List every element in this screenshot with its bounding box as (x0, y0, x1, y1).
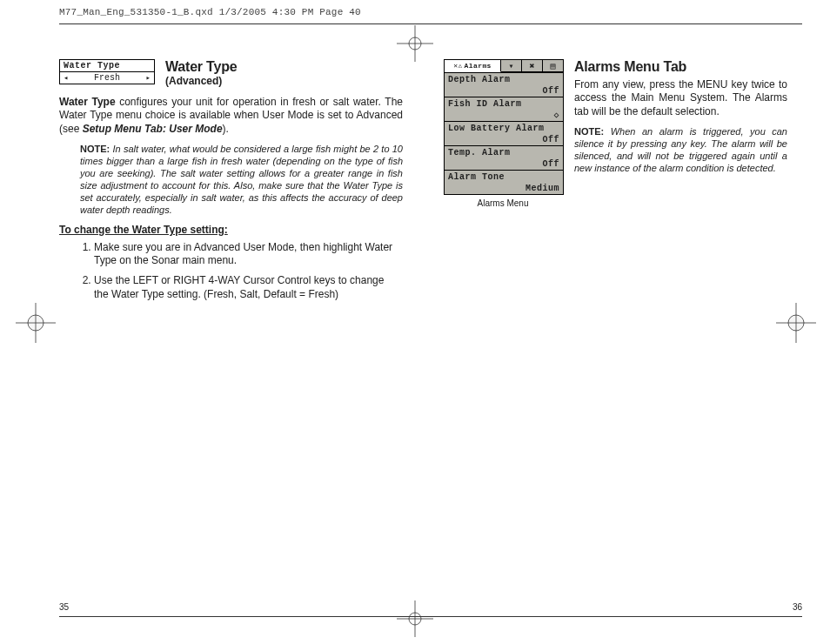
procedure-step: Use the LEFT or RIGHT 4-WAY Cursor Contr… (94, 274, 403, 301)
fish-icon: ◇ (553, 110, 559, 120)
svg-point-11 (788, 315, 804, 331)
registration-mark-bottom (402, 606, 428, 632)
alarms-icon: ✕⚠ (453, 62, 462, 70)
note-text: When an alarm is triggered, you can sile… (574, 126, 787, 173)
water-type-widget-value: Fresh (94, 73, 120, 83)
alarms-tabs: ✕⚠Alarms ▾ ✖ ▤ (445, 60, 563, 72)
section-title-water-type: Water Type (165, 59, 403, 75)
svg-point-8 (28, 315, 44, 331)
page-number-left: 35 (59, 602, 69, 612)
alarms-row-name: Depth Alarm (448, 75, 559, 84)
registration-mark-left (23, 310, 49, 336)
tab-sonar-icon: ▾ (501, 60, 522, 72)
intro-term: Water Type (59, 96, 116, 108)
alarms-menu-widget: ✕⚠Alarms ▾ ✖ ▤ Depth Alarm Off Fish ID A… (444, 59, 564, 195)
page-left: Water Type ◂ Fresh ▸ Water Type (Advance… (59, 59, 403, 308)
alarms-row: Temp. Alarm Off (445, 145, 563, 170)
tab-setup-icon: ✖ (522, 60, 543, 72)
page-number-right: 36 (793, 602, 802, 612)
alarms-row-value: Off (542, 86, 559, 96)
registration-mark-top (402, 30, 428, 57)
svg-point-2 (409, 37, 421, 50)
alarms-row-value: Medium (525, 184, 559, 193)
alarms-row: Alarm Tone Medium (445, 170, 563, 194)
registration-mark-right (783, 310, 809, 336)
procedure-step: Make sure you are in Advanced User Mode,… (94, 241, 403, 268)
section-subtitle-advanced: (Advanced) (165, 75, 403, 87)
tab-alarms: ✕⚠Alarms (445, 60, 501, 72)
alarms-row: Depth Alarm Off (445, 72, 563, 97)
alarms-intro: From any view, press the MENU key twice … (574, 78, 787, 118)
note-text: In salt water, what would be considered … (80, 144, 403, 215)
note-label: NOTE: (80, 144, 110, 154)
page-right: ✕⚠Alarms ▾ ✖ ▤ Depth Alarm Off Fish ID A… (444, 59, 787, 208)
alarms-row-name: Fish ID Alarm (448, 99, 559, 109)
procedure-steps: Make sure you are in Advanced User Mode,… (59, 241, 403, 301)
svg-point-5 (409, 613, 421, 625)
arrow-left-icon: ◂ (64, 73, 68, 83)
rule-bottom (59, 616, 802, 617)
water-type-widget: Water Type ◂ Fresh ▸ (59, 59, 155, 84)
water-type-widget-title: Water Type (60, 60, 154, 72)
alarms-row-value: Off (542, 159, 559, 169)
note-label: NOTE: (574, 126, 604, 137)
tab-views-icon: ▤ (543, 60, 563, 72)
alarms-row-name: Temp. Alarm (448, 148, 559, 158)
alarms-row: Low Battery Alarm Off (445, 121, 563, 145)
intro-ref: Setup Menu Tab: User Mode (83, 123, 223, 135)
alarms-row-name: Low Battery Alarm (448, 124, 559, 133)
prepress-header: M77_Man_Eng_531350-1_B.qxd 1/3/2005 4:30… (59, 7, 361, 17)
note-water-type: NOTE: In salt water, what would be consi… (80, 143, 403, 216)
tab-alarms-label: Alarms (465, 62, 492, 70)
alarms-row: Fish ID Alarm ◇ (445, 97, 563, 121)
procedure-heading: To change the Water Type setting: (59, 224, 403, 236)
intro-paragraph: Water Type configures your unit for oper… (59, 96, 403, 136)
intro-tail: ). (223, 123, 229, 135)
alarms-row-value: Off (542, 135, 559, 144)
rule-top (59, 23, 802, 24)
alarms-caption: Alarms Menu (444, 198, 562, 208)
alarms-row-name: Alarm Tone (448, 172, 559, 182)
note-alarms: NOTE: When an alarm is triggered, you ca… (574, 125, 787, 174)
arrow-right-icon: ▸ (146, 73, 151, 83)
section-title-alarms: Alarms Menu Tab (574, 59, 787, 75)
